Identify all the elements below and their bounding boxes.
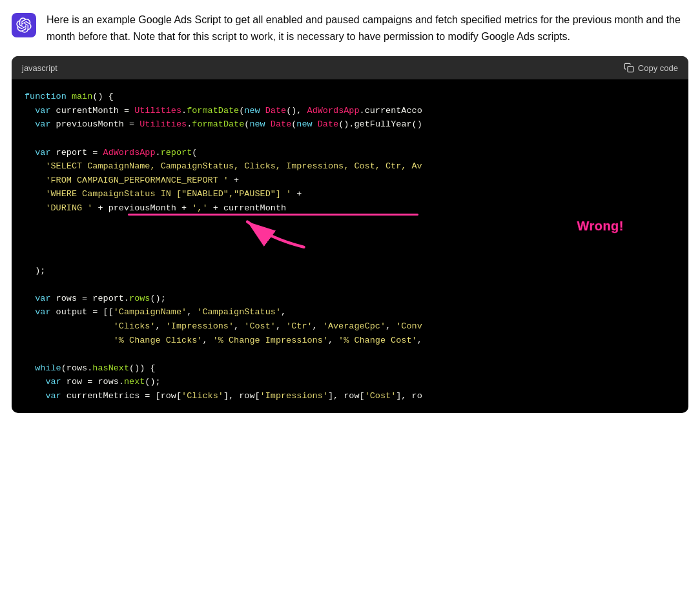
svg-rect-0 xyxy=(628,66,633,72)
code-content-2: ); var rows = report.rows(); var output … xyxy=(25,264,675,403)
copy-label: Copy code xyxy=(638,63,678,73)
top-section: Here is an example Google Ads Script to … xyxy=(0,0,700,56)
intro-paragraph: Here is an example Google Ads Script to … xyxy=(46,12,687,45)
copy-code-button[interactable]: Copy code xyxy=(624,63,678,73)
wrong-annotation: Wrong! xyxy=(577,219,624,234)
code-content: function main() { var currentMonth = Uti… xyxy=(25,90,675,215)
code-body: function main() { var currentMonth = Uti… xyxy=(12,79,688,413)
code-header: javascript Copy code xyxy=(12,56,688,79)
avatar xyxy=(12,13,36,37)
copy-icon xyxy=(624,63,634,73)
wrong-arrow xyxy=(205,210,335,256)
code-language: javascript xyxy=(22,63,57,73)
code-block: javascript Copy code function main() { v… xyxy=(12,56,688,413)
